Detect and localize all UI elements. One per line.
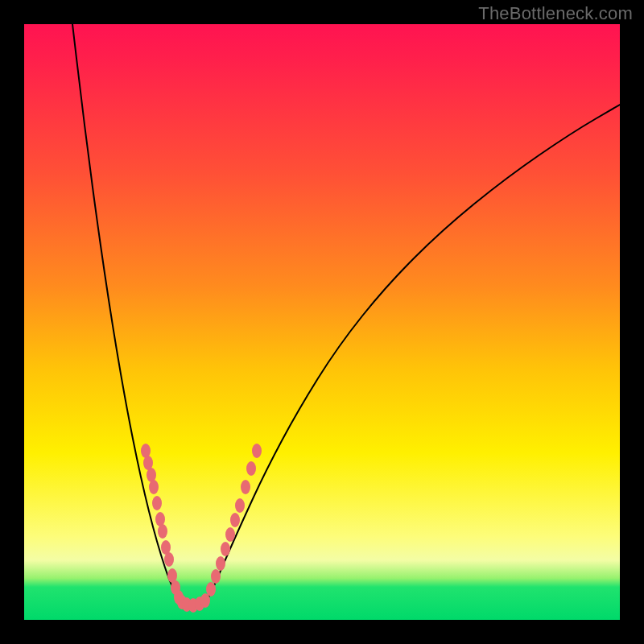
chart-frame: TheBottleneck.com [0,0,644,644]
highlight-marker [225,527,235,542]
highlight-marker [230,513,240,527]
highlight-marker [206,582,216,597]
highlight-marker [241,480,250,494]
watermark-text: TheBottleneck.com [478,3,633,24]
curve-left-branch [72,24,181,604]
curves-layer [24,24,620,620]
curve-right-branch [205,105,620,604]
plot-area [24,24,620,620]
highlight-marker [221,542,230,556]
highlight-marker [246,461,256,476]
highlight-marker [211,569,221,584]
highlight-marker [152,496,162,510]
highlight-marker [216,556,225,571]
highlight-markers-group [141,444,262,613]
highlight-marker [164,552,174,567]
highlight-marker [252,444,262,458]
highlight-marker [158,524,167,539]
highlight-marker [149,480,159,494]
highlight-marker [235,498,245,513]
